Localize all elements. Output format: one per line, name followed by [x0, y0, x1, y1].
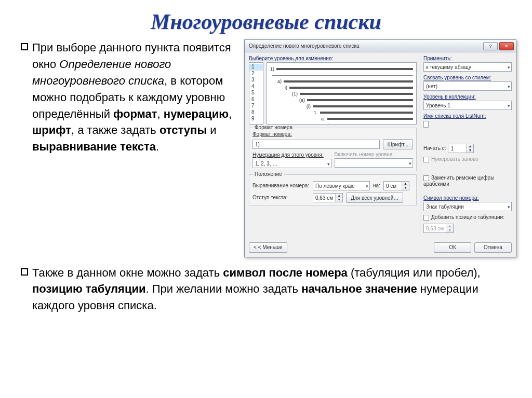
text-run: , а также задать: [71, 123, 159, 136]
label-pick-level: Выберите уровень для изменения:: [249, 56, 417, 61]
label-start: Начать с:: [423, 145, 446, 151]
font-button[interactable]: Шрифт...: [383, 139, 413, 149]
ok-button[interactable]: ОК: [434, 242, 471, 253]
tabpos-checkbox[interactable]: Добавить позицию табуляции:: [423, 214, 512, 221]
level-item[interactable]: 6: [249, 97, 263, 103]
label-collection: Уровень в коллекции:: [423, 94, 512, 100]
group-position: Положение Выравнивание номера: По левому…: [249, 174, 417, 205]
text-run: ,: [157, 107, 164, 120]
preview-label: a): [277, 79, 282, 84]
label-number-format: Формат номера:: [252, 131, 413, 137]
apply-combo[interactable]: к текущему абзацу: [423, 62, 512, 72]
spinner-value: 0,63 см: [424, 224, 446, 232]
preview-label: i): [285, 85, 287, 90]
less-button[interactable]: < < Меньше: [249, 242, 287, 253]
level-item[interactable]: 7: [249, 103, 263, 109]
text-run: .: [156, 140, 159, 153]
group-legend: Формат номера: [252, 125, 295, 130]
checkbox-label: Добавить позицию табуляции:: [431, 214, 504, 220]
preview-label: 1.: [314, 110, 318, 115]
label-at: на:: [373, 183, 380, 188]
roman-checkbox[interactable]: Заменить римские цифры арабскими: [423, 175, 512, 187]
level-item[interactable]: 4: [249, 84, 263, 90]
tabpos-spinner: 0,63 см▲▼: [423, 224, 454, 233]
text-bold: формат: [113, 107, 157, 120]
listnum-input[interactable]: [423, 121, 429, 128]
bullet-icon: [21, 43, 28, 50]
text-bold: начальное значение: [301, 282, 417, 295]
text-run: (табуляция или пробел),: [348, 266, 481, 279]
dialog-multilevel-list: Определение нового многоуровневого списк…: [244, 39, 516, 257]
text-run: ,: [229, 107, 232, 120]
number-format-input[interactable]: 1): [252, 140, 380, 149]
level-item[interactable]: 1: [249, 64, 263, 71]
close-button[interactable]: ✕: [499, 42, 514, 50]
group-legend: Положение: [252, 171, 284, 177]
dialog-title: Определение нового многоуровневого списк…: [249, 43, 360, 49]
preview-label: a.: [321, 116, 325, 121]
text-bold: шрифт: [32, 123, 71, 136]
label-symbol-after: Символ после номера:: [423, 195, 512, 201]
paragraph-1: При выборе данного пункта появится окно …: [21, 39, 239, 257]
level-preview: 1) a) i) (1) (a) (i) 1. a. i.: [267, 62, 417, 125]
link-style-combo[interactable]: (нет): [423, 81, 512, 91]
label-apply: Применить:: [423, 56, 512, 61]
help-button[interactable]: ?: [483, 42, 498, 50]
text-bold: позицию табуляции: [32, 282, 146, 295]
indent-spinner[interactable]: 0,63 см▲▼: [313, 193, 343, 202]
spinner-value: 1: [448, 144, 466, 153]
label-listnum: Имя списка поля ListNum:: [423, 113, 512, 119]
bullet-icon: [21, 268, 28, 276]
label-link-style: Связать уровень со стилем:: [423, 75, 512, 80]
level-listbox[interactable]: 1 2 3 4 5 6 7 8 9: [249, 62, 263, 125]
alignment-combo[interactable]: По левому краю: [313, 181, 370, 190]
checkbox-label: Нумеровать заново: [431, 156, 478, 162]
preview-label: (a): [299, 98, 305, 103]
level-item[interactable]: 5: [249, 90, 263, 97]
all-levels-button[interactable]: Для всех уровней…: [346, 193, 403, 203]
text-run: . При желании можно задать: [146, 282, 302, 295]
label-numbering: Нумерация для этого уровня:: [252, 152, 331, 158]
preview-label: i.: [328, 122, 331, 125]
text-bold: символ после номера: [223, 266, 348, 279]
preview-label: (i): [307, 104, 311, 109]
spinner-value: 0,63 см: [313, 194, 335, 202]
text-run: Также в данном окне можно задать: [32, 266, 223, 279]
label-text-indent: Отступ текста:: [252, 195, 310, 200]
cancel-button[interactable]: Отмена: [474, 242, 512, 253]
collection-combo[interactable]: Уровень 1: [423, 101, 512, 110]
level-item[interactable]: 3: [249, 77, 263, 84]
spinner-value: 0 см: [384, 182, 402, 190]
slide-title: Многоуровневые списки: [0, 0, 532, 39]
group-number-format: Формат номера Формат номера: 1) Шрифт...…: [249, 128, 417, 171]
symbol-after-combo[interactable]: Знак табуляции: [423, 202, 512, 211]
text-run: и: [207, 123, 216, 136]
dialog-titlebar[interactable]: Определение нового многоуровневого списк…: [245, 40, 516, 52]
level-item[interactable]: 9: [249, 116, 263, 122]
label-include-level: Включить номер уровня:: [335, 152, 414, 157]
at-spinner[interactable]: 0 см▲▼: [383, 181, 409, 190]
preview-label: (1): [292, 91, 298, 97]
paragraph-2: Также в данном окне можно задать символ …: [0, 257, 532, 314]
text-bold: выравнивание текста: [32, 140, 156, 153]
start-spinner[interactable]: 1▲▼: [448, 144, 474, 153]
checkbox-label: Заменить римские цифры арабскими: [423, 175, 494, 187]
text-bold: нумерацию: [164, 107, 229, 120]
preview-label: 1): [270, 66, 274, 72]
include-level-combo: [335, 158, 414, 168]
numbering-combo[interactable]: 1, 2, 3, …: [252, 159, 331, 168]
restart-checkbox: Нумеровать заново: [423, 156, 512, 162]
level-item[interactable]: 2: [249, 71, 263, 77]
label-alignment: Выравнивание номера:: [252, 183, 310, 188]
text-bold: отступы: [159, 123, 207, 136]
level-item[interactable]: 8: [249, 109, 263, 116]
